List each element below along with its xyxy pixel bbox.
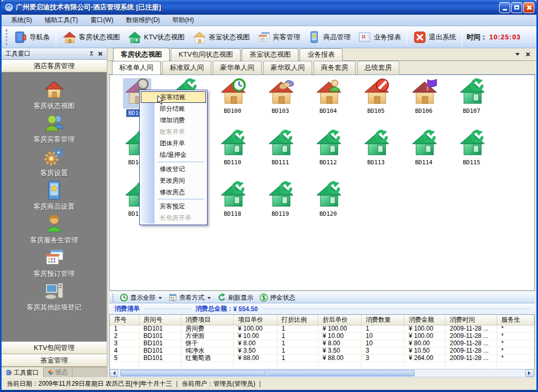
- room-BD100[interactable]: BD100: [209, 78, 256, 126]
- tab-close-button[interactable]: [524, 50, 532, 58]
- deposit-status-button[interactable]: 押金状态: [256, 293, 298, 302]
- menu-system[interactable]: 系统(S): [5, 15, 38, 26]
- tab-status[interactable]: 状态: [44, 367, 73, 377]
- toolbar-report-button[interactable]: 业务报表: [354, 29, 405, 45]
- col-header-item[interactable]: 消费项目: [181, 315, 234, 325]
- toolbar-nav-button[interactable]: 导航条: [10, 29, 54, 45]
- col-header-discounted-price[interactable]: 折后单价: [318, 315, 361, 325]
- view-mode-button[interactable]: 查看方式: [165, 293, 214, 302]
- toolbar-ktv-status-button[interactable]: KTV状态视图: [123, 29, 188, 46]
- subtab-standard-single[interactable]: 标准单人间: [112, 61, 161, 75]
- room-BD104[interactable]: BD104: [304, 78, 352, 126]
- room-BD106[interactable]: BD106: [400, 78, 448, 126]
- room-BD120[interactable]: BD120: [304, 181, 352, 229]
- chevron-down-icon: [208, 297, 211, 301]
- table-row[interactable]: 3BD101 饼干¥ 8.00 1¥ 8.00 10¥ 80.00 2009-1…: [110, 340, 534, 347]
- scroll-left-button[interactable]: [110, 369, 118, 377]
- tab-business-report[interactable]: 业务报表: [299, 48, 343, 61]
- sidebar-item-other-payments[interactable]: 客房其他款项登记: [2, 280, 107, 314]
- group-hotel-room-mgmt[interactable]: 酒店客房管理: [2, 60, 107, 72]
- col-header-waiter[interactable]: 服务生: [497, 315, 534, 325]
- group-ktv-mgmt[interactable]: KTV包间管理: [2, 342, 107, 354]
- room-BD113[interactable]: BD113: [352, 130, 400, 178]
- status-bar: 当前日期：2009年11月29日星期日 农历己丑[牛]年十月十三 ｜ 当前用户：…: [2, 377, 536, 390]
- sidebar-item-guest-mgmt[interactable]: 客房宾客管理: [2, 112, 107, 146]
- close-button[interactable]: [523, 2, 534, 13]
- tab-room-status-view[interactable]: 客房状态视图: [113, 48, 170, 61]
- toolbar-guest-mgmt-button[interactable]: 宾客管理: [253, 29, 304, 45]
- maximize-button[interactable]: [511, 2, 522, 13]
- exit-x-icon: [413, 30, 427, 44]
- room-BD114[interactable]: BD114: [400, 130, 448, 178]
- scroll-right-button[interactable]: [525, 369, 534, 377]
- menu-aux-tools[interactable]: 辅助工具(T): [38, 15, 84, 26]
- table-row[interactable]: 5BD101 红葡萄酒¥ 88.00 1¥ 88.00 3¥ 264.00 20…: [110, 355, 534, 362]
- menu-item-change-room-status[interactable]: 修改房态: [141, 186, 206, 198]
- menu-item-guest-reservation[interactable]: 宾客预定: [141, 200, 206, 212]
- sidebar-bottom-tabs: 工具窗口 状态: [2, 367, 107, 377]
- table-row[interactable]: 2BD101 方便面¥ 10.00 1¥ 10.00 10¥ 100.00 20…: [110, 333, 534, 340]
- room-BD103[interactable]: BD103: [256, 78, 304, 126]
- minimize-button[interactable]: [499, 2, 510, 13]
- subtab-presidential-suite[interactable]: 总统套房: [357, 61, 399, 75]
- col-header-discount[interactable]: 打折比例: [277, 315, 318, 325]
- menu-item-add-consumption[interactable]: 增加消费: [141, 114, 206, 126]
- tab-list-dropdown-button[interactable]: [513, 50, 522, 58]
- toolbar-exit-button[interactable]: 退出系统: [409, 29, 460, 45]
- scrollbar-thumb[interactable]: [120, 370, 415, 376]
- tab-tool-window[interactable]: 工具窗口: [2, 367, 44, 377]
- menu-data-maintenance[interactable]: 数据维护(D): [120, 15, 167, 26]
- room-BD105[interactable]: BD105: [352, 78, 400, 126]
- room-BD119[interactable]: BD119: [256, 181, 304, 229]
- device-icon: [307, 30, 321, 44]
- show-all-button[interactable]: 显示全部: [117, 293, 165, 302]
- pin-button[interactable]: [88, 50, 96, 58]
- room-BD112[interactable]: BD112: [304, 130, 352, 178]
- sidebar-item-room-goods[interactable]: 客房商品设置: [2, 179, 107, 213]
- menu-item-partial-checkout[interactable]: 部分结账: [141, 103, 206, 114]
- menu-help[interactable]: 帮助(H): [166, 15, 200, 26]
- col-header-room[interactable]: 房间号: [139, 315, 181, 325]
- menu-item-group-open[interactable]: 团体开单: [141, 137, 206, 149]
- subtab-standard-double[interactable]: 标准双人间: [162, 61, 211, 75]
- col-header-quantity[interactable]: 消费数量: [361, 315, 405, 325]
- subtab-deluxe-single[interactable]: 豪华单人间: [213, 61, 262, 75]
- refresh-button[interactable]: 刷新显示: [214, 293, 256, 302]
- toolbar-room-status-button[interactable]: 客房状态视图: [58, 29, 123, 46]
- total-label: 消费总金额：: [195, 304, 233, 313]
- toolbar-separator: [56, 29, 56, 45]
- sidebar-item-room-settings[interactable]: 客房设置: [2, 146, 107, 179]
- sidebar-close-button[interactable]: [96, 50, 105, 58]
- room-BD118[interactable]: BD118: [209, 181, 256, 229]
- tab-tea-status-view[interactable]: 茶室状态视图: [242, 48, 298, 61]
- sidebar-item-reservation-mgmt[interactable]: 客房预订管理: [2, 247, 107, 280]
- menu-item-change-room[interactable]: 更改房间: [141, 175, 206, 186]
- col-header-time[interactable]: 消费时间: [446, 315, 497, 325]
- pin-icon: [89, 51, 95, 57]
- sidebar-item-room-status[interactable]: 客房状态视图: [2, 79, 107, 112]
- menu-item-deposit[interactable]: 续/退押金: [141, 149, 206, 161]
- col-header-seq[interactable]: 序号: [110, 315, 139, 325]
- toolbar-tea-status-button[interactable]: 茶室状态视图: [188, 29, 253, 46]
- room-BD107[interactable]: BD107: [448, 78, 495, 126]
- room-label: BD107: [461, 108, 482, 114]
- room-BD115[interactable]: BD115: [448, 130, 495, 178]
- menu-item-guest-checkout[interactable]: 宾客结账: [141, 91, 206, 103]
- col-header-unit-price[interactable]: 项目单价: [234, 315, 277, 325]
- chevron-down-icon: [515, 53, 520, 58]
- menu-window[interactable]: 窗口(W): [84, 15, 119, 26]
- col-header-amount[interactable]: 消费金额: [405, 315, 446, 325]
- toolbar-goods-mgmt-button[interactable]: 商品管理: [304, 29, 354, 45]
- room-BD110[interactable]: BD110: [209, 130, 256, 178]
- table-row[interactable]: 4BD101 纯净水¥ 3.50 1¥ 3.50 3¥ 10.50 2009-1…: [110, 347, 534, 355]
- room-BD111[interactable]: BD111: [256, 130, 304, 178]
- subtab-business-suite[interactable]: 商务套房: [314, 61, 356, 75]
- horizontal-scrollbar[interactable]: [109, 369, 535, 377]
- subtab-deluxe-double[interactable]: 豪华双人间: [263, 61, 312, 75]
- tab-ktv-status-view[interactable]: KTV包间状态视图: [171, 48, 241, 61]
- table-row[interactable]: 1BD101 房间费¥ 100.00 1¥ 100.00 1¥ 100.00 2…: [110, 325, 534, 333]
- menu-item-edit-registration[interactable]: 修改登记: [141, 163, 206, 175]
- minimize-icon: [503, 9, 507, 10]
- sidebar-item-waiter-mgmt[interactable]: 客房服务生管理: [2, 213, 107, 247]
- group-tea-mgmt[interactable]: 茶室管理: [2, 354, 107, 367]
